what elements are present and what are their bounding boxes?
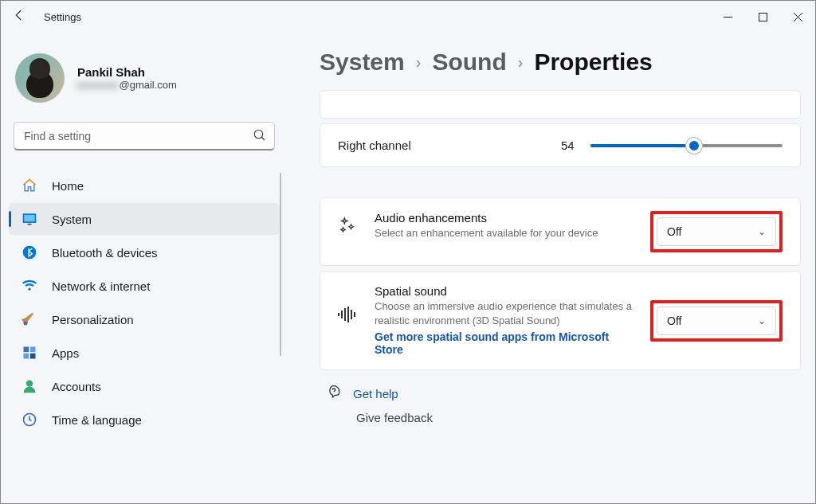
svg-rect-17 bbox=[338, 313, 339, 316]
maximize-button[interactable] bbox=[745, 5, 780, 29]
sidebar-item-label: Accounts bbox=[52, 380, 101, 393]
highlight-box: Off ⌄ bbox=[650, 300, 783, 342]
sidebar-item-personalization[interactable]: Personalization bbox=[9, 303, 280, 335]
panel-truncated bbox=[320, 90, 801, 119]
page-title: Properties bbox=[534, 49, 652, 76]
close-button[interactable] bbox=[780, 5, 815, 29]
sidebar-item-apps[interactable]: Apps bbox=[9, 337, 280, 369]
spatial-sound-panel: Spatial sound Choose an immersive audio … bbox=[320, 271, 801, 370]
user-card[interactable]: Pankil Shah xxxxxxx@gmail.com bbox=[9, 49, 280, 117]
svg-rect-11 bbox=[24, 347, 29, 353]
spatial-title: Spatial sound bbox=[375, 284, 633, 298]
right-channel-value: 54 bbox=[561, 139, 575, 152]
sidebar-item-label: Network & internet bbox=[52, 279, 150, 293]
right-channel-panel: Right channel 54 bbox=[320, 123, 801, 167]
svg-rect-8 bbox=[28, 224, 32, 225]
breadcrumb: System › Sound › Properties bbox=[320, 49, 801, 76]
bluetooth-icon bbox=[22, 244, 37, 260]
svg-rect-22 bbox=[354, 312, 355, 317]
svg-point-10 bbox=[24, 322, 28, 326]
minimize-button[interactable] bbox=[710, 5, 745, 29]
sidebar-item-system[interactable]: System bbox=[9, 203, 280, 235]
svg-rect-19 bbox=[344, 308, 346, 321]
breadcrumb-system[interactable]: System bbox=[320, 49, 405, 76]
chevron-right-icon: › bbox=[416, 53, 422, 72]
right-channel-label: Right channel bbox=[338, 139, 561, 152]
audio-enh-desc: Select an enhancement available for your… bbox=[375, 226, 633, 240]
svg-rect-18 bbox=[341, 311, 343, 318]
svg-point-15 bbox=[26, 381, 33, 387]
sidebar-item-label: System bbox=[52, 213, 92, 226]
chevron-down-icon: ⌄ bbox=[758, 226, 766, 237]
help-links: Get help Give feedback bbox=[320, 385, 801, 424]
audio-enhancements-panel: Audio enhancements Select an enhancement… bbox=[320, 197, 801, 266]
svg-point-4 bbox=[254, 130, 263, 139]
svg-line-5 bbox=[261, 137, 265, 140]
sidebar-item-accounts[interactable]: Accounts bbox=[9, 370, 280, 402]
dropdown-value: Off bbox=[667, 225, 681, 238]
svg-rect-13 bbox=[24, 354, 29, 359]
nav: Home System Bluetooth & devices Network … bbox=[9, 170, 280, 436]
svg-rect-7 bbox=[24, 215, 34, 221]
sidebar-item-label: Time & language bbox=[52, 413, 142, 427]
sidebar-item-label: Home bbox=[52, 179, 84, 193]
sidebar-item-label: Personalization bbox=[52, 313, 134, 326]
user-info: Pankil Shah xxxxxxx@gmail.com bbox=[77, 65, 177, 91]
clock-icon bbox=[22, 412, 37, 428]
sidebar-item-label: Apps bbox=[52, 346, 79, 360]
audio-enh-title: Audio enhancements bbox=[375, 211, 633, 225]
window-controls bbox=[710, 5, 815, 29]
search-wrap bbox=[14, 122, 275, 150]
truncated-text: Give feedback bbox=[356, 411, 801, 424]
person-icon bbox=[22, 378, 37, 394]
system-icon bbox=[22, 211, 37, 227]
breadcrumb-sound[interactable]: Sound bbox=[432, 49, 506, 76]
dropdown-value: Off bbox=[667, 315, 681, 327]
sidebar-item-bluetooth[interactable]: Bluetooth & devices bbox=[9, 236, 280, 268]
titlebar: Settings bbox=[1, 1, 815, 33]
app-title: Settings bbox=[44, 11, 81, 23]
svg-point-9 bbox=[23, 246, 37, 260]
user-name: Pankil Shah bbox=[77, 65, 177, 79]
slider-thumb[interactable] bbox=[686, 138, 702, 154]
svg-rect-20 bbox=[347, 307, 349, 322]
audio-enh-dropdown[interactable]: Off ⌄ bbox=[657, 217, 776, 246]
svg-rect-1 bbox=[759, 13, 767, 21]
chevron-down-icon: ⌄ bbox=[758, 315, 766, 326]
sidebar-item-home[interactable]: Home bbox=[9, 170, 280, 201]
user-email: xxxxxxx@gmail.com bbox=[77, 79, 177, 91]
svg-rect-12 bbox=[30, 347, 36, 353]
brush-icon bbox=[22, 311, 37, 327]
help-link-label: Get help bbox=[353, 387, 398, 400]
home-icon bbox=[22, 178, 37, 193]
spatial-store-link[interactable]: Get more spatial sound apps from Microso… bbox=[375, 330, 633, 356]
sidebar: Pankil Shah xxxxxxx@gmail.com Home Syste… bbox=[1, 33, 288, 503]
svg-rect-21 bbox=[351, 310, 352, 319]
spatial-desc: Choose an immersive audio experience tha… bbox=[375, 299, 633, 327]
avatar bbox=[15, 53, 65, 103]
sidebar-item-network[interactable]: Network & internet bbox=[9, 270, 280, 302]
back-button[interactable] bbox=[12, 8, 26, 25]
right-channel-slider[interactable] bbox=[590, 144, 783, 147]
sidebar-item-label: Bluetooth & devices bbox=[52, 246, 158, 260]
search-icon bbox=[253, 128, 267, 146]
spatial-dropdown[interactable]: Off ⌄ bbox=[657, 307, 776, 335]
sidebar-item-time-language[interactable]: Time & language bbox=[9, 404, 280, 436]
search-input[interactable] bbox=[14, 122, 275, 150]
content: System › Sound › Properties Right channe… bbox=[288, 33, 815, 503]
soundwave-icon bbox=[338, 307, 357, 322]
wifi-icon bbox=[22, 278, 37, 294]
chevron-right-icon: › bbox=[518, 53, 524, 72]
get-help-link[interactable]: Get help bbox=[326, 385, 801, 403]
highlight-box: Off ⌄ bbox=[650, 211, 783, 252]
apps-icon bbox=[22, 345, 37, 361]
sparkle-icon bbox=[338, 216, 357, 233]
svg-rect-14 bbox=[30, 354, 36, 359]
help-icon bbox=[326, 385, 342, 403]
